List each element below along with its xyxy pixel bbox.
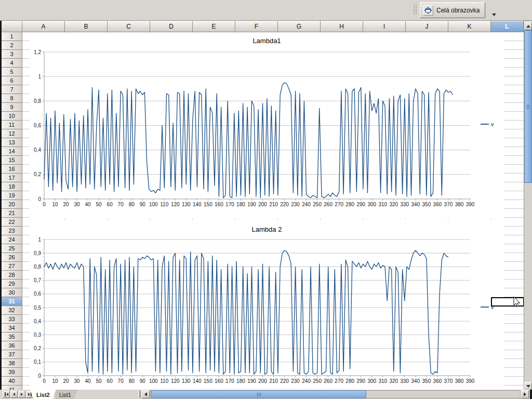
row-header-30[interactable]: 30 <box>2 288 22 297</box>
x-tick-label: 360 <box>433 202 442 207</box>
row-header-21[interactable]: 21 <box>2 209 22 218</box>
row-header-2[interactable]: 2 <box>2 41 22 50</box>
row-header-38[interactable]: 38 <box>2 359 22 368</box>
x-tick-label: 110 <box>160 378 168 384</box>
x-tick-label: 190 <box>247 202 256 207</box>
row-header-10[interactable]: 10 <box>2 112 22 121</box>
column-header-B[interactable]: B <box>65 21 108 32</box>
x-tick-label: 140 <box>193 202 202 207</box>
column-header-F[interactable]: F <box>235 21 278 32</box>
first-bar-icon <box>5 392 6 396</box>
first-sheet-button[interactable] <box>3 391 10 398</box>
next-sheet-button[interactable] <box>18 391 25 398</box>
horizontal-scroll-thumb[interactable] <box>151 390 366 398</box>
scroll-up-button[interactable] <box>524 22 532 30</box>
x-tick-label: 320 <box>389 378 398 384</box>
row-header-18[interactable]: 18 <box>2 182 22 191</box>
mouse-cursor <box>513 297 521 308</box>
x-tick-label: 330 <box>401 378 409 384</box>
toolbar-grip-handle[interactable] <box>414 5 418 16</box>
row-header-23[interactable]: 23 <box>2 227 22 235</box>
column-header-A[interactable]: A <box>22 21 65 32</box>
row-header-15[interactable]: 15 <box>2 156 22 165</box>
row-header-4[interactable]: 4 <box>2 59 22 68</box>
row-header-13[interactable]: 13 <box>2 138 22 147</box>
select-all-corner[interactable] <box>2 21 22 32</box>
row-header-25[interactable]: 25 <box>2 244 22 253</box>
tab-scrollbar-splitter[interactable] <box>139 391 141 398</box>
row-header-14[interactable]: 14 <box>2 147 22 156</box>
row-header-26[interactable]: 26 <box>2 253 22 262</box>
x-tick-label: 220 <box>280 378 289 384</box>
x-tick-label: 380 <box>455 378 464 384</box>
row-header-column: 1234567891011121314151617181920212223242… <box>2 32 22 390</box>
row-header-40[interactable]: 40 <box>2 377 22 385</box>
row-header-39[interactable]: 39 <box>2 368 22 377</box>
sheet-tab-list2[interactable]: List2 <box>30 390 56 399</box>
x-tick-label: 250 <box>313 378 322 384</box>
column-header-C[interactable]: C <box>108 21 150 32</box>
next-arrow-icon <box>21 393 23 396</box>
previous-sheet-button[interactable] <box>10 391 18 398</box>
x-tick-label: 130 <box>182 378 191 384</box>
row-header-12[interactable]: 12 <box>2 129 22 138</box>
x-tick-label: 40 <box>85 378 91 384</box>
row-header-11[interactable]: 11 <box>2 121 22 129</box>
row-header-36[interactable]: 36 <box>2 341 22 350</box>
row-header-35[interactable]: 35 <box>2 332 22 341</box>
x-tick-label: 170 <box>225 378 234 384</box>
column-header-G[interactable]: G <box>278 21 321 32</box>
vertical-scroll-thumb[interactable] <box>524 30 532 183</box>
sheet-tab-list1[interactable]: List1 <box>53 390 77 399</box>
column-header-H[interactable]: H <box>321 21 363 32</box>
row-header-17[interactable]: 17 <box>2 174 22 182</box>
x-tick-label: 130 <box>182 202 191 207</box>
column-header-E[interactable]: E <box>193 21 235 32</box>
row-header-31[interactable]: 31 <box>2 297 22 306</box>
scroll-right-button[interactable] <box>521 390 529 398</box>
row-header-28[interactable]: 28 <box>2 271 22 280</box>
chart-object-lambda2[interactable]: Lambda 210,90,80,70,60,50,40,30,20,10010… <box>30 220 504 390</box>
row-header-29[interactable]: 29 <box>2 280 22 288</box>
row-header-19[interactable]: 19 <box>2 191 22 200</box>
y-tick-label: 1 <box>38 74 41 79</box>
row-header-5[interactable]: 5 <box>2 68 22 76</box>
x-tick-label: 160 <box>215 202 223 207</box>
x-tick-label: 10 <box>52 202 58 207</box>
row-header-1[interactable]: 1 <box>2 32 22 41</box>
row-header-34[interactable]: 34 <box>2 324 22 332</box>
row-header-37[interactable]: 37 <box>2 350 22 359</box>
row-header-32[interactable]: 32 <box>2 306 22 315</box>
scroll-left-button[interactable] <box>141 390 150 398</box>
row-header-9[interactable]: 9 <box>2 103 22 112</box>
row-header-8[interactable]: 8 <box>2 94 22 103</box>
row-header-20[interactable]: 20 <box>2 200 22 209</box>
vertical-scrollbar[interactable] <box>524 22 532 390</box>
x-tick-label: 280 <box>345 378 354 384</box>
row-header-33[interactable]: 33 <box>2 315 22 324</box>
row-header-24[interactable]: 24 <box>2 235 22 244</box>
row-header-7[interactable]: 7 <box>2 85 22 94</box>
x-tick-label: 350 <box>422 202 431 207</box>
cell-grid[interactable]: Lambda11,210,80,60,40,200102030405060708… <box>22 32 524 390</box>
toolbar-overflow-dropdown[interactable] <box>490 11 498 18</box>
x-tick-label: 340 <box>411 378 420 384</box>
fullscreen-toggle-button[interactable]: Celá obrazovka <box>420 2 485 18</box>
column-header-J[interactable]: J <box>406 21 448 32</box>
column-header-I[interactable]: I <box>363 21 406 32</box>
row-header-22[interactable]: 22 <box>2 218 22 227</box>
x-tick-label: 190 <box>247 378 256 384</box>
row-header-16[interactable]: 16 <box>2 165 22 174</box>
row-header-3[interactable]: 3 <box>2 50 22 59</box>
row-header-41[interactable]: 41 <box>2 385 22 390</box>
row-header-27[interactable]: 27 <box>2 262 22 271</box>
row-header-6[interactable]: 6 <box>2 76 22 85</box>
x-tick-label: 390 <box>466 202 475 207</box>
scroll-down-button[interactable] <box>524 382 532 390</box>
chart-object-lambda1[interactable]: Lambda11,210,80,60,40,200102030405060708… <box>30 33 504 218</box>
column-header-D[interactable]: D <box>150 21 193 32</box>
column-header-K[interactable]: K <box>448 21 491 32</box>
column-header-L[interactable]: L <box>491 21 524 32</box>
x-tick-label: 90 <box>140 202 146 207</box>
x-tick-label: 350 <box>422 378 431 384</box>
